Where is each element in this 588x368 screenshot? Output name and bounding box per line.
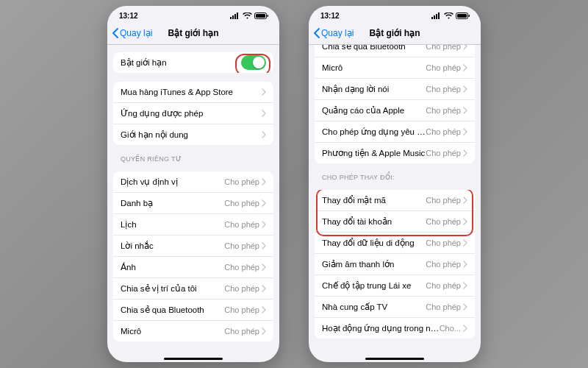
chevron-right-icon (463, 325, 467, 332)
back-label: Quay lại (321, 28, 354, 38)
back-button[interactable]: Quay lại (313, 28, 354, 38)
chevron-right-icon (463, 45, 467, 50)
chevron-right-icon (463, 107, 467, 114)
row-hoa-t-o-ng-u-ng-du-ng-trong-ne-n[interactable]: Hoạt động ứng dụng trong nềnCho... (315, 317, 475, 339)
row-value: Cho phép (426, 149, 461, 158)
row-micro[interactable]: MicrôCho phép (315, 57, 475, 78)
row-phu-o-ng-tie-n-apple-music[interactable]: Phương tiện & Apple MusicCho phép (315, 142, 475, 163)
toggle-switch-on[interactable] (241, 55, 266, 70)
svg-rect-1 (232, 15, 234, 19)
row-danh-ba[interactable]: Danh bạCho phép (113, 192, 273, 213)
row-micro[interactable]: MicrôCho phép (113, 320, 273, 342)
svg-rect-0 (230, 17, 232, 19)
home-indicator[interactable] (164, 358, 223, 360)
chevron-right-icon (262, 110, 266, 117)
row-label: Hoạt động ứng dụng trong nền (322, 323, 440, 333)
row-thay-o-i-ta-i-khoa-n[interactable]: Thay đổi tài khoảnCho phép (315, 210, 475, 232)
row-value: Cho phép (224, 199, 259, 208)
row-label: Chia sẻ qua Bluetooth (322, 45, 426, 52)
chevron-right-icon (463, 197, 467, 204)
wifi-icon (444, 13, 453, 19)
row-label: Phương tiện & Apple Music (322, 148, 426, 158)
row-value: Cho phép (426, 106, 461, 115)
group-store-apps-content: Mua hàng iTunes & App StoreỨng dụng được… (113, 82, 273, 145)
row-nha-n-da-ng-lo-i-no-i[interactable]: Nhận dạng lời nóiCho phép (315, 78, 475, 99)
row-label: Lịch (121, 219, 224, 230)
battery-icon (254, 13, 269, 19)
status-indicators (230, 13, 269, 19)
row-che-o-ta-p-trung-la-i-xe[interactable]: Chế độ tập trung Lái xeCho phép (315, 275, 475, 296)
row-mua-ha-ng-itunes-app-store[interactable]: Mua hàng iTunes & App Store (113, 82, 273, 102)
row-value: Cho phép (224, 177, 259, 186)
row-enable-restrictions[interactable]: Bật giới hạn (113, 52, 273, 73)
row-u-ng-du-ng-u-o-c-phe-p[interactable]: Ứng dụng được phép (113, 102, 273, 124)
battery-icon (456, 13, 470, 19)
chevron-right-icon (262, 263, 266, 271)
nav-bar: Quay lại Bật giới hạn (107, 22, 279, 45)
chevron-right-icon (463, 64, 467, 71)
row-value: Cho phép (224, 327, 259, 336)
row-value: Cho phép (426, 302, 461, 311)
back-label: Quay lại (120, 28, 152, 38)
row-label: Danh bạ (121, 198, 224, 208)
wifi-icon (243, 13, 252, 19)
svg-rect-9 (436, 14, 437, 19)
group-enable: Bật giới hạn (113, 52, 273, 73)
chevron-right-icon (262, 221, 266, 228)
svg-rect-5 (256, 14, 265, 18)
row-value: Cho phép (426, 127, 461, 136)
row-value: Cho phép (224, 284, 259, 293)
chevron-right-icon (262, 131, 266, 138)
chevron-right-icon (262, 306, 266, 314)
row-label: Chế độ tập trung Lái xe (322, 280, 426, 291)
status-bar: 13:12 (107, 6, 279, 22)
group-allow-changes: Thay đổi mật mãCho phépThay đổi tài khoả… (315, 190, 475, 339)
chevron-right-icon (262, 178, 266, 185)
row-gio-i-ha-n-no-i-dung[interactable]: Giới hạn nội dung (113, 124, 273, 145)
content-right[interactable]: Chia sẻ qua BluetoothCho phépMicrôCho ph… (309, 45, 481, 362)
svg-rect-8 (434, 15, 435, 19)
row-value: Cho phép (224, 220, 259, 229)
row-chia-se-vi-tri-cu-a-to-i[interactable]: Chia sẻ vị trí của tôiCho phép (113, 277, 273, 299)
row-nha-cung-ca-p-tv[interactable]: Nhà cung cấp TVCho phép (315, 296, 475, 317)
row-li-ch[interactable]: LịchCho phép (113, 213, 273, 235)
svg-rect-6 (268, 15, 269, 17)
svg-rect-3 (237, 13, 238, 19)
group-privacy: Dịch vụ định vịCho phépDanh bạCho phépLị… (113, 171, 273, 342)
nav-bar: Quay lại Bật giới hạn (309, 22, 481, 45)
status-indicators (431, 13, 470, 19)
row-label: Chia sẻ vị trí của tôi (121, 283, 224, 294)
chevron-left-icon (112, 28, 119, 38)
row-qua-ng-ca-o-cu-a-apple[interactable]: Quảng cáo của AppleCho phép (315, 99, 475, 121)
row-thay-o-i-du-lie-u-di-o-ng[interactable]: Thay đổi dữ liệu di độngCho phép (315, 232, 475, 253)
row-chia-se-qua-bluetooth[interactable]: Chia sẻ qua BluetoothCho phép (315, 45, 475, 57)
svg-rect-2 (234, 14, 236, 19)
row-thay-o-i-ma-t-ma[interactable]: Thay đổi mật mãCho phép (315, 190, 475, 210)
chevron-right-icon (463, 85, 467, 93)
group-privacy-continued: Chia sẻ qua BluetoothCho phépMicrôCho ph… (315, 45, 475, 163)
row-lo-i-nha-c[interactable]: Lời nhắcCho phép (113, 235, 273, 256)
row-value: Cho phép (224, 305, 259, 314)
row-value: Cho... (440, 324, 461, 333)
row-label: Mua hàng iTunes & App Store (121, 88, 262, 96)
row-a-nh[interactable]: ẢnhCho phép (113, 256, 273, 277)
svg-rect-7 (431, 17, 433, 19)
chevron-right-icon (463, 149, 467, 157)
chevron-right-icon (463, 282, 467, 289)
row-gia-m-a-m-thanh-lo-n[interactable]: Giảm âm thanh lớnCho phép (315, 253, 475, 275)
row-chia-se-qua-bluetooth[interactable]: Chia sẻ qua BluetoothCho phép (113, 299, 273, 320)
row-label: Nhà cung cấp TV (322, 302, 426, 312)
content-left[interactable]: Bật giới hạn Mua hàng iTunes & App Store… (107, 45, 279, 362)
back-button[interactable]: Quay lại (112, 28, 152, 38)
row-cho-phe-p-u-ng-du-ng-ye-u-ca-u-theo-do-i[interactable]: Cho phép ứng dụng yêu cầu theo dõiCho ph… (315, 121, 475, 142)
row-value: Cho phép (426, 45, 461, 51)
signal-icon (230, 13, 240, 19)
svg-rect-12 (457, 14, 467, 18)
row-label: Quảng cáo của Apple (322, 105, 426, 116)
home-indicator[interactable] (365, 358, 424, 360)
row-di-ch-vu-i-nh-vi[interactable]: Dịch vụ định vịCho phép (113, 171, 273, 192)
row-value: Cho phép (224, 241, 259, 250)
nav-title: Bật giới hạn (370, 28, 420, 38)
row-value: Cho phép (426, 260, 461, 269)
row-value: Cho phép (426, 85, 461, 93)
